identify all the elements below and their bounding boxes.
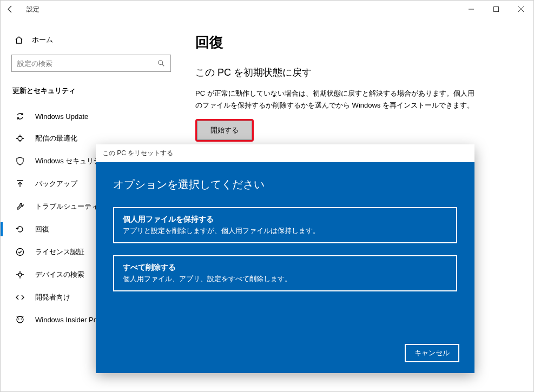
dialog-heading: オプションを選択してください — [113, 177, 457, 192]
option-desc: アプリと設定を削除しますが、個人用ファイルは保持します。 — [123, 226, 447, 236]
code-icon — [16, 293, 24, 302]
sidebar-item-label: デバイスの検索 — [35, 270, 84, 280]
start-button[interactable]: 開始する — [197, 121, 252, 140]
sync-icon — [16, 112, 24, 121]
home-link[interactable]: ホーム — [11, 31, 179, 55]
sidebar-item-label: Windows Update — [35, 112, 88, 121]
option-title: 個人用ファイルを保持する — [123, 215, 447, 224]
settings-window: 設定 ホーム — [0, 0, 534, 392]
start-button-highlight: 開始する — [195, 119, 254, 142]
sidebar-item-label: 開発者向け — [35, 293, 70, 302]
maximize-button[interactable] — [484, 1, 509, 18]
sidebar-item-label: バックアップ — [35, 179, 77, 189]
svg-rect-1 — [494, 7, 499, 12]
svg-point-7 — [18, 318, 19, 320]
dialog-title: この PC をリセットする — [96, 144, 474, 162]
titlebar: 設定 — [1, 1, 533, 18]
body-text: PC が正常に動作していない場合は、初期状態に戻すと解決する場合があります。個人… — [195, 88, 477, 111]
subsection-title: この PC を初期状態に戻す — [195, 66, 517, 79]
optimization-icon — [16, 134, 24, 143]
option-title: すべて削除する — [123, 263, 447, 273]
insider-icon — [16, 315, 24, 324]
shield-icon — [16, 157, 24, 165]
svg-point-4 — [17, 249, 24, 256]
sidebar-section-header: 更新とセキュリティ — [11, 84, 179, 105]
reset-dialog: この PC をリセットする オプションを選択してください 個人用ファイルを保持す… — [96, 144, 474, 371]
titlebar-left: 設定 — [5, 4, 39, 15]
check-circle-icon — [16, 248, 24, 256]
dialog-body: オプションを選択してください 個人用ファイルを保持する アプリと設定を削除します… — [96, 162, 474, 373]
sidebar-item-label: 回復 — [35, 224, 49, 234]
svg-point-5 — [18, 273, 22, 276]
sidebar-item-label: ライセンス認証 — [35, 247, 84, 257]
svg-point-2 — [159, 61, 163, 65]
window-title: 設定 — [27, 5, 39, 14]
page-title: 回復 — [195, 33, 517, 52]
svg-point-8 — [21, 318, 22, 320]
home-icon — [15, 36, 23, 44]
option-desc: 個人用ファイル、アプリ、設定をすべて削除します。 — [123, 274, 447, 284]
close-button[interactable] — [509, 1, 533, 18]
back-button[interactable] — [5, 4, 16, 15]
svg-line-3 — [162, 64, 164, 67]
sidebar-item-windows-update[interactable]: Windows Update — [11, 105, 179, 127]
wrench-icon — [16, 202, 24, 211]
recovery-icon — [16, 225, 24, 234]
backup-icon — [16, 180, 24, 188]
minimize-button[interactable] — [459, 1, 484, 18]
search-icon — [157, 59, 165, 67]
locate-icon — [16, 270, 24, 279]
option-keep-files[interactable]: 個人用ファイルを保持する アプリと設定を削除しますが、個人用ファイルは保持します… — [113, 207, 457, 243]
cancel-button[interactable]: キャンセル — [405, 344, 459, 362]
search-box[interactable] — [11, 55, 171, 72]
option-remove-everything[interactable]: すべて削除する 個人用ファイル、アプリ、設定をすべて削除します。 — [113, 255, 457, 291]
home-label: ホーム — [32, 35, 53, 45]
window-controls — [459, 1, 533, 18]
sidebar-item-label: 配信の最適化 — [35, 134, 77, 143]
search-input[interactable] — [17, 59, 157, 68]
